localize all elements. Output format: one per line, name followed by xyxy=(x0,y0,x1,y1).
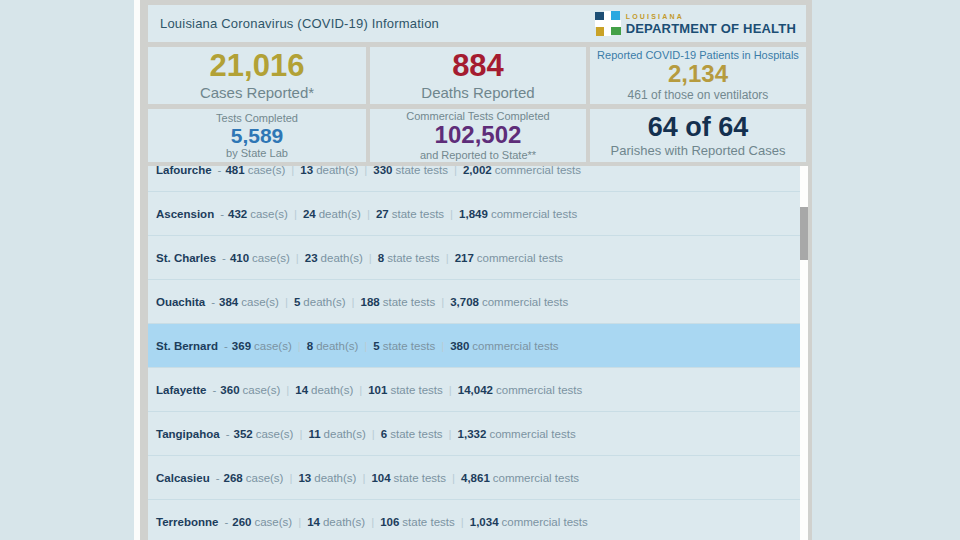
ldh-cross-icon xyxy=(595,11,621,36)
logo-department-label: DEPARTMENT OF HEALTH xyxy=(626,22,796,35)
stat-hospital-patients: Reported COVID-19 Patients in Hospitals … xyxy=(590,47,806,104)
parish-row-lafayette[interactable]: Lafayette-360case(s)|14death(s)|101state… xyxy=(148,368,800,412)
stat-cases-reported: 21,016 Cases Reported* xyxy=(148,47,366,104)
page-title: Louisiana Coronavirus (COVID-19) Informa… xyxy=(160,16,439,31)
parish-row-lafourche[interactable]: Lafourche-481case(s)|13death(s)|330state… xyxy=(148,166,800,192)
hospital-value: 2,134 xyxy=(668,61,728,87)
stat-state-tests: Tests Completed 5,589 by State Lab xyxy=(148,109,366,162)
stat-deaths-reported: 884 Deaths Reported xyxy=(370,47,586,104)
parish-row-ascension[interactable]: Ascension-432case(s)|24death(s)|27state … xyxy=(148,192,800,236)
parish-row-st-bernard[interactable]: St. Bernard-369case(s)|8death(s)|5state … xyxy=(148,324,800,368)
stat-commercial-tests: Commercial Tests Completed 102,502 and R… xyxy=(370,109,586,162)
parish-row-st-charles[interactable]: St. Charles-410case(s)|23death(s)|8state… xyxy=(148,236,800,280)
parishes-label: Parishes with Reported Cases xyxy=(611,143,786,158)
ventilators-label: 461 of those on ventilators xyxy=(628,88,769,102)
deaths-value: 884 xyxy=(452,50,504,83)
list-scrollbar-thumb[interactable] xyxy=(800,207,808,260)
parish-row-terrebonne[interactable]: Terrebonne-260case(s)|14death(s)|106stat… xyxy=(148,500,800,540)
parish-list: Lafourche-481case(s)|13death(s)|330state… xyxy=(148,166,800,540)
ldh-logo-text: LOUISIANA DEPARTMENT OF HEALTH xyxy=(626,13,796,35)
cases-label: Cases Reported* xyxy=(200,84,314,101)
dashboard-panel: Louisiana Coronavirus (COVID-19) Informa… xyxy=(140,0,812,540)
commercial-tests-value: 102,502 xyxy=(435,122,522,148)
parishes-value: 64 of 64 xyxy=(648,113,749,141)
commercial-tests-bottom-label: and Reported to State** xyxy=(420,149,536,161)
dashboard: Louisiana Coronavirus (COVID-19) Informa… xyxy=(0,0,960,540)
state-tests-value: 5,589 xyxy=(231,124,284,147)
header-bar: Louisiana Coronavirus (COVID-19) Informa… xyxy=(148,5,806,42)
state-tests-top-label: Tests Completed xyxy=(216,112,298,124)
stat-parishes-reported: 64 of 64 Parishes with Reported Cases xyxy=(590,109,806,162)
parish-row-ouachita[interactable]: Ouachita-384case(s)|5death(s)|188state t… xyxy=(148,280,800,324)
cases-value: 21,016 xyxy=(210,50,305,83)
ldh-logo: LOUISIANA DEPARTMENT OF HEALTH xyxy=(595,11,796,36)
list-scrollbar-track[interactable] xyxy=(800,166,808,540)
logo-louisiana-label: LOUISIANA xyxy=(626,13,796,20)
state-tests-bottom-label: by State Lab xyxy=(226,147,288,159)
parish-row-tangipahoa[interactable]: Tangipahoa-352case(s)|11death(s)|6state … xyxy=(148,412,800,456)
parish-row-calcasieu[interactable]: Calcasieu-268case(s)|13death(s)|104state… xyxy=(148,456,800,500)
deaths-label: Deaths Reported xyxy=(421,84,534,101)
